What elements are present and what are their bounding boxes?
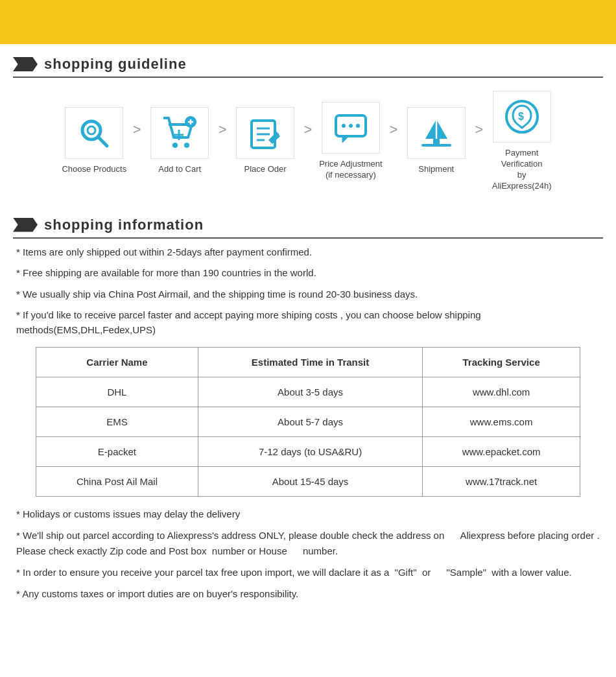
- arrow-5: >: [475, 121, 483, 138]
- search-icon: [77, 115, 112, 150]
- step-icon-payment-verification: $: [493, 91, 551, 143]
- table-cell: E-packet: [36, 437, 198, 467]
- footer-notes: * Holidays or customs issues may delay t…: [0, 506, 616, 601]
- ship-icon: [419, 115, 454, 150]
- step-add-to-cart: Add to Cart: [143, 107, 217, 175]
- table-cell: About 15-45 days: [198, 467, 422, 497]
- info-notes: * Items are only shipped out within 2-5d…: [0, 245, 616, 338]
- top-banner: [0, 0, 616, 44]
- guideline-title: shopping guideline: [44, 56, 187, 73]
- step-icon-place-order: [236, 107, 294, 159]
- svg-line-1: [98, 137, 107, 146]
- footer-note-1: * Holidays or customs issues may delay t…: [16, 506, 600, 521]
- step-label-add-to-cart: Add to Cart: [158, 164, 201, 175]
- steps-container: Choose Products > Add to Cart >: [0, 84, 616, 205]
- table-cell: www.dhl.com: [423, 377, 580, 407]
- information-header: shopping information: [13, 217, 603, 239]
- svg-point-4: [184, 143, 189, 148]
- step-label-choose-products: Choose Products: [62, 164, 126, 175]
- table-cell: About 3-5 days: [198, 377, 422, 407]
- info-note-4: * If you'd like to receive parcel faster…: [16, 308, 600, 337]
- table-row: DHLAbout 3-5 dayswww.dhl.com: [36, 377, 580, 407]
- step-place-order: Place Oder: [228, 107, 303, 175]
- step-icon-add-to-cart: [150, 107, 209, 159]
- svg-point-17: [349, 124, 353, 128]
- info-note-2: * Free shipping are available for more t…: [16, 266, 600, 281]
- table-header-row: Carrier Name Estimated Time in Transit T…: [36, 348, 580, 377]
- order-icon: [248, 115, 283, 150]
- step-label-payment-verification: Payment Verificationby AliExpress(24h): [490, 148, 554, 192]
- cart-icon: [162, 115, 197, 150]
- step-label-place-order: Place Oder: [244, 164, 287, 175]
- table-row: E-packet7-12 days (to USA&RU)www.epacket…: [36, 437, 580, 467]
- table-cell: EMS: [36, 407, 198, 437]
- arrow-3: >: [304, 121, 313, 138]
- svg-point-3: [172, 143, 178, 148]
- chat-icon: [333, 110, 368, 145]
- svg-point-18: [356, 124, 360, 128]
- information-title: shopping information: [44, 217, 204, 233]
- step-choose-products: Choose Products: [57, 107, 132, 175]
- step-shipment: Shipment: [399, 107, 473, 175]
- footer-note-3: * In order to ensure you receive your pa…: [16, 565, 600, 580]
- step-price-adjustment: Price Adjustment(if necessary): [313, 102, 388, 181]
- payment-icon: $: [504, 99, 539, 134]
- table-header-tracking: Tracking Service: [423, 348, 580, 377]
- arrow-4: >: [389, 121, 397, 138]
- step-icon-shipment: [407, 107, 466, 159]
- header-icon: [13, 57, 38, 71]
- arrow-1: >: [133, 121, 141, 138]
- info-note-1: * Items are only shipped out within 2-5d…: [16, 245, 600, 260]
- svg-rect-20: [433, 139, 440, 144]
- table-row: EMSAbout 5-7 dayswww.ems.com: [36, 407, 580, 437]
- step-label-price-adjustment: Price Adjustment(if necessary): [319, 159, 383, 181]
- header-icon-info: [13, 218, 38, 232]
- info-note-3: * We usually ship via China Post Airmail…: [16, 287, 600, 302]
- svg-point-2: [88, 126, 95, 134]
- table-header-carrier: Carrier Name: [36, 348, 198, 377]
- footer-note-4: * Any customs taxes or import duties are…: [16, 586, 600, 601]
- table-cell: China Post Ail Mail: [36, 467, 198, 497]
- svg-text:$: $: [518, 111, 524, 122]
- step-icon-choose-products: [65, 107, 123, 159]
- table-cell: 7-12 days (to USA&RU): [198, 437, 422, 467]
- table-row: China Post Ail MailAbout 15-45 dayswww.1…: [36, 467, 580, 497]
- table-cell: DHL: [36, 377, 198, 407]
- table-cell: www.ems.com: [423, 407, 580, 437]
- table-cell: www.17track.net: [423, 467, 580, 497]
- table-cell: www.epacket.com: [423, 437, 580, 467]
- footer-note-2: * We'll ship out parcel according to Ali…: [16, 528, 600, 558]
- step-payment-verification: $ Payment Verificationby AliExpress(24h): [484, 91, 559, 192]
- table-cell: About 5-7 days: [198, 407, 422, 437]
- table-header-transit: Estimated Time in Transit: [198, 348, 422, 377]
- svg-point-16: [342, 124, 346, 128]
- guideline-header: shopping guideline: [13, 56, 603, 78]
- step-label-shipment: Shipment: [418, 164, 454, 175]
- arrow-2: >: [219, 121, 227, 138]
- shipping-table: Carrier Name Estimated Time in Transit T…: [36, 347, 580, 497]
- step-icon-price-adjustment: [322, 102, 380, 154]
